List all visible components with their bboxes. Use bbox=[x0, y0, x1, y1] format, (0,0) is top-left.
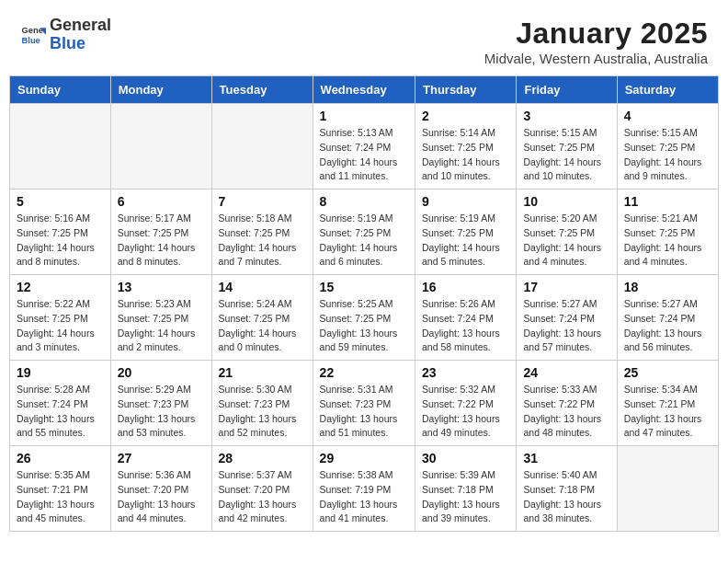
calendar-cell: 21Sunrise: 5:30 AMSunset: 7:23 PMDayligh… bbox=[211, 361, 313, 446]
cell-daylight: Daylight: 13 hours and 59 minutes. bbox=[320, 327, 398, 353]
calendar-cell: 14Sunrise: 5:24 AMSunset: 7:25 PMDayligh… bbox=[211, 275, 313, 361]
cell-sunrise: Sunrise: 5:30 AM bbox=[219, 384, 292, 395]
cell-daylight: Daylight: 13 hours and 49 minutes. bbox=[422, 413, 500, 439]
calendar-cell: 8Sunrise: 5:19 AMSunset: 7:25 PMDaylight… bbox=[313, 190, 415, 275]
cell-daylight: Daylight: 13 hours and 57 minutes. bbox=[523, 327, 601, 353]
cell-day-number: 27 bbox=[118, 451, 205, 465]
cell-daylight: Daylight: 14 hours and 6 minutes. bbox=[320, 242, 398, 268]
cell-day-number: 16 bbox=[422, 280, 509, 294]
calendar-cell bbox=[10, 104, 111, 190]
calendar-cell bbox=[110, 104, 211, 190]
calendar-cell: 30Sunrise: 5:39 AMSunset: 7:18 PMDayligh… bbox=[415, 446, 517, 532]
calendar-week-2: 5Sunrise: 5:16 AMSunset: 7:25 PMDaylight… bbox=[10, 190, 719, 275]
logo-icon: General Blue bbox=[20, 22, 46, 48]
cell-sunset: Sunset: 7:18 PM bbox=[523, 484, 595, 495]
cell-daylight: Daylight: 14 hours and 8 minutes. bbox=[17, 242, 95, 268]
weekday-header-thursday: Thursday bbox=[415, 76, 517, 104]
cell-sunrise: Sunrise: 5:13 AM bbox=[320, 127, 393, 138]
cell-day-number: 17 bbox=[523, 280, 609, 294]
cell-sunrise: Sunrise: 5:27 AM bbox=[624, 298, 698, 309]
cell-daylight: Daylight: 13 hours and 55 minutes. bbox=[17, 413, 95, 439]
cell-sunrise: Sunrise: 5:37 AM bbox=[219, 469, 292, 480]
calendar-cell: 22Sunrise: 5:31 AMSunset: 7:23 PMDayligh… bbox=[313, 361, 415, 446]
cell-sunrise: Sunrise: 5:34 AM bbox=[624, 384, 698, 395]
cell-day-number: 18 bbox=[624, 280, 711, 294]
cell-sunset: Sunset: 7:23 PM bbox=[219, 398, 290, 409]
cell-info: Sunrise: 5:13 AMSunset: 7:24 PMDaylight:… bbox=[320, 126, 408, 184]
calendar-cell: 6Sunrise: 5:17 AMSunset: 7:25 PMDaylight… bbox=[110, 190, 211, 275]
cell-sunrise: Sunrise: 5:32 AM bbox=[422, 384, 495, 395]
cell-sunrise: Sunrise: 5:31 AM bbox=[320, 384, 393, 395]
cell-sunset: Sunset: 7:19 PM bbox=[320, 484, 392, 495]
cell-info: Sunrise: 5:29 AMSunset: 7:23 PMDaylight:… bbox=[118, 383, 205, 441]
cell-sunset: Sunset: 7:25 PM bbox=[17, 227, 88, 238]
calendar-cell: 26Sunrise: 5:35 AMSunset: 7:21 PMDayligh… bbox=[10, 446, 111, 532]
cell-info: Sunrise: 5:23 AMSunset: 7:25 PMDaylight:… bbox=[118, 297, 205, 355]
title-block: January 2025 Midvale, Western Australia,… bbox=[484, 17, 708, 66]
cell-day-number: 28 bbox=[219, 451, 306, 465]
cell-info: Sunrise: 5:32 AMSunset: 7:22 PMDaylight:… bbox=[422, 383, 509, 441]
calendar-week-3: 12Sunrise: 5:22 AMSunset: 7:25 PMDayligh… bbox=[10, 275, 719, 361]
calendar-cell: 2Sunrise: 5:14 AMSunset: 7:25 PMDaylight… bbox=[415, 104, 517, 190]
cell-daylight: Daylight: 13 hours and 42 minutes. bbox=[219, 499, 297, 524]
cell-daylight: Daylight: 14 hours and 7 minutes. bbox=[219, 242, 297, 268]
cell-info: Sunrise: 5:16 AMSunset: 7:25 PMDaylight:… bbox=[17, 212, 104, 270]
calendar-cell: 10Sunrise: 5:20 AMSunset: 7:25 PMDayligh… bbox=[517, 190, 617, 275]
cell-daylight: Daylight: 13 hours and 39 minutes. bbox=[422, 499, 500, 524]
cell-info: Sunrise: 5:21 AMSunset: 7:25 PMDaylight:… bbox=[624, 212, 711, 270]
cell-day-number: 26 bbox=[17, 451, 104, 465]
cell-daylight: Daylight: 14 hours and 9 minutes. bbox=[624, 156, 702, 182]
cell-daylight: Daylight: 13 hours and 45 minutes. bbox=[17, 499, 95, 524]
calendar-cell bbox=[617, 446, 718, 532]
cell-info: Sunrise: 5:40 AMSunset: 7:18 PMDaylight:… bbox=[523, 468, 609, 526]
cell-info: Sunrise: 5:35 AMSunset: 7:21 PMDaylight:… bbox=[17, 468, 104, 526]
cell-info: Sunrise: 5:37 AMSunset: 7:20 PMDaylight:… bbox=[219, 468, 306, 526]
calendar-cell bbox=[211, 104, 313, 190]
calendar-cell: 27Sunrise: 5:36 AMSunset: 7:20 PMDayligh… bbox=[110, 446, 211, 532]
cell-sunrise: Sunrise: 5:39 AM bbox=[422, 469, 495, 480]
cell-day-number: 15 bbox=[320, 280, 408, 294]
cell-daylight: Daylight: 14 hours and 3 minutes. bbox=[17, 327, 95, 353]
cell-info: Sunrise: 5:17 AMSunset: 7:25 PMDaylight:… bbox=[118, 212, 205, 270]
cell-info: Sunrise: 5:14 AMSunset: 7:25 PMDaylight:… bbox=[422, 126, 509, 184]
logo-blue-text: Blue bbox=[50, 34, 85, 52]
cell-sunrise: Sunrise: 5:28 AM bbox=[17, 384, 90, 395]
weekday-header-friday: Friday bbox=[517, 76, 617, 104]
calendar-cell: 23Sunrise: 5:32 AMSunset: 7:22 PMDayligh… bbox=[415, 361, 517, 446]
month-title: January 2025 bbox=[484, 17, 708, 51]
cell-sunrise: Sunrise: 5:26 AM bbox=[422, 298, 495, 309]
cell-info: Sunrise: 5:26 AMSunset: 7:24 PMDaylight:… bbox=[422, 297, 509, 355]
calendar-cell: 31Sunrise: 5:40 AMSunset: 7:18 PMDayligh… bbox=[517, 446, 617, 532]
cell-info: Sunrise: 5:19 AMSunset: 7:25 PMDaylight:… bbox=[320, 212, 408, 270]
cell-daylight: Daylight: 13 hours and 38 minutes. bbox=[523, 499, 601, 524]
cell-day-number: 30 bbox=[422, 451, 509, 465]
calendar-week-4: 19Sunrise: 5:28 AMSunset: 7:24 PMDayligh… bbox=[10, 361, 719, 446]
weekday-header-sunday: Sunday bbox=[10, 76, 111, 104]
cell-daylight: Daylight: 13 hours and 58 minutes. bbox=[422, 327, 500, 353]
calendar-cell: 24Sunrise: 5:33 AMSunset: 7:22 PMDayligh… bbox=[517, 361, 617, 446]
cell-sunrise: Sunrise: 5:23 AM bbox=[118, 298, 191, 309]
calendar-cell: 19Sunrise: 5:28 AMSunset: 7:24 PMDayligh… bbox=[10, 361, 111, 446]
calendar-cell: 15Sunrise: 5:25 AMSunset: 7:25 PMDayligh… bbox=[313, 275, 415, 361]
cell-day-number: 20 bbox=[118, 365, 205, 380]
cell-day-number: 23 bbox=[422, 365, 509, 380]
cell-sunset: Sunset: 7:25 PM bbox=[118, 313, 189, 324]
calendar-container: SundayMondayTuesdayWednesdayThursdayFrid… bbox=[0, 75, 728, 543]
cell-day-number: 6 bbox=[118, 194, 205, 209]
cell-sunset: Sunset: 7:24 PM bbox=[422, 313, 494, 324]
calendar-cell: 16Sunrise: 5:26 AMSunset: 7:24 PMDayligh… bbox=[415, 275, 517, 361]
location-title: Midvale, Western Australia, Australia bbox=[484, 51, 708, 66]
calendar-week-1: 1Sunrise: 5:13 AMSunset: 7:24 PMDaylight… bbox=[10, 104, 719, 190]
cell-sunset: Sunset: 7:25 PM bbox=[624, 227, 696, 238]
cell-day-number: 21 bbox=[219, 365, 306, 380]
cell-info: Sunrise: 5:15 AMSunset: 7:25 PMDaylight:… bbox=[624, 126, 711, 184]
cell-sunset: Sunset: 7:24 PM bbox=[320, 142, 392, 153]
cell-daylight: Daylight: 13 hours and 48 minutes. bbox=[523, 413, 601, 439]
cell-daylight: Daylight: 14 hours and 4 minutes. bbox=[523, 242, 601, 268]
cell-sunset: Sunset: 7:25 PM bbox=[422, 142, 494, 153]
cell-day-number: 24 bbox=[523, 365, 609, 380]
cell-day-number: 12 bbox=[17, 280, 104, 294]
cell-sunset: Sunset: 7:25 PM bbox=[523, 142, 595, 153]
calendar-cell: 9Sunrise: 5:19 AMSunset: 7:25 PMDaylight… bbox=[415, 190, 517, 275]
cell-day-number: 3 bbox=[523, 109, 609, 123]
